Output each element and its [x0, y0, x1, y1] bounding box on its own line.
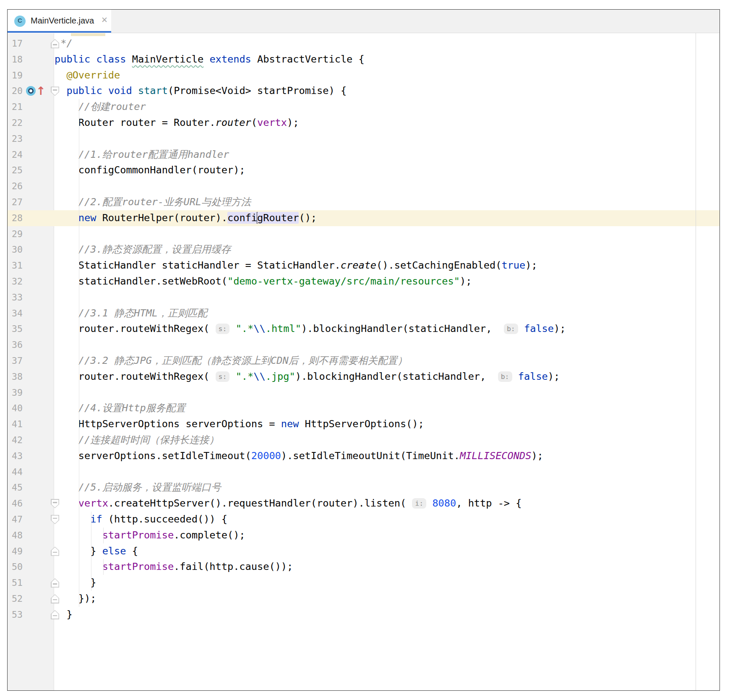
code-line[interactable]: 18public class MainVerticle extends Abst…	[8, 52, 720, 68]
code-text: new RouterHelper(router).configRouter();	[8, 210, 720, 226]
code-line[interactable]: 22 Router router = Router.router(vertx);	[8, 115, 720, 131]
code-line[interactable]: 51 }	[8, 575, 720, 591]
indent-guide	[91, 512, 91, 591]
line-number[interactable]: 46	[8, 496, 23, 512]
code-text: //4.设置Http服务配置	[8, 400, 720, 416]
code-editor[interactable]: 17 */18public class MainVerticle extends…	[8, 33, 720, 690]
code-token: //2.配置router-业务URL与处理方法	[78, 196, 251, 208]
code-line[interactable]: 53 }	[8, 607, 720, 623]
code-line[interactable]: 44	[8, 464, 720, 480]
code-line[interactable]: 21 //创建router	[8, 99, 720, 115]
code-line[interactable]: 41 HttpServerOptions serverOptions = new…	[8, 416, 720, 432]
override-arrow-icon[interactable]: ↑	[36, 83, 46, 99]
code-line[interactable]: 28 new RouterHelper(router).configRouter…	[8, 210, 720, 226]
line-number[interactable]: 28	[8, 210, 23, 226]
java-class-icon: C	[14, 16, 26, 27]
code-text: //3.2 静态JPG，正则匹配（静态资源上到CDN后，则不再需要相关配置）	[8, 353, 720, 369]
line-number[interactable]: 52	[8, 591, 23, 607]
line-number[interactable]: 29	[8, 226, 23, 242]
code-line[interactable]: 45 //5.启动服务，设置监听端口号	[8, 480, 720, 496]
code-line[interactable]: 50 startPromise.fail(http.cause());	[8, 559, 720, 575]
tab-mainverticle[interactable]: C MainVerticle.java ✕	[8, 10, 111, 33]
line-number[interactable]: 19	[8, 68, 23, 84]
line-number[interactable]: 43	[8, 448, 23, 464]
line-number[interactable]: 38	[8, 369, 23, 385]
code-line[interactable]: 40 //4.设置Http服务配置	[8, 400, 720, 416]
code-line[interactable]: 46 vertx.createHttpServer().requestHandl…	[8, 496, 720, 512]
line-number[interactable]: 20	[8, 83, 23, 99]
line-number[interactable]: 32	[8, 274, 23, 290]
line-number[interactable]: 34	[8, 306, 23, 321]
line-number[interactable]: 42	[8, 432, 23, 448]
line-number[interactable]: 47	[8, 512, 23, 528]
code-line[interactable]: 31 StaticHandler staticHandler = StaticH…	[8, 258, 720, 274]
code-line[interactable]: 29	[8, 226, 720, 242]
code-line[interactable]: 47 if (http.succeeded()) {	[8, 512, 720, 528]
line-number[interactable]: 50	[8, 559, 23, 575]
code-token: public	[55, 53, 90, 65]
code-token	[55, 481, 78, 493]
code-line[interactable]: 48 startPromise.complete();	[8, 528, 720, 543]
line-number[interactable]: 36	[8, 337, 23, 353]
line-number[interactable]: 51	[8, 575, 23, 591]
code-line[interactable]: 25 configCommonHandler(router);	[8, 162, 720, 178]
code-token: false	[524, 323, 554, 334]
code-token: ();	[299, 212, 317, 224]
code-token: RouterHelper(router).	[96, 212, 227, 224]
line-number[interactable]: 25	[8, 162, 23, 178]
line-number[interactable]: 41	[8, 416, 23, 432]
line-number[interactable]: 27	[8, 194, 23, 210]
code-line[interactable]: 33	[8, 290, 720, 306]
line-number[interactable]: 18	[8, 52, 23, 68]
code-text: //创建router	[8, 99, 720, 115]
code-line[interactable]: 23	[8, 131, 720, 147]
line-number[interactable]: 44	[8, 464, 23, 480]
code-line[interactable]: 36	[8, 337, 720, 353]
code-line[interactable]: 30 //3.静态资源配置，设置启用缓存	[8, 242, 720, 258]
code-line[interactable]: 37 //3.2 静态JPG，正则匹配（静态资源上到CDN后，则不再需要相关配置…	[8, 353, 720, 369]
line-number[interactable]: 23	[8, 131, 23, 147]
code-line[interactable]: 49 } else {	[8, 543, 720, 559]
code-token: ).blockingHandler(staticHandler,	[301, 323, 504, 334]
line-number[interactable]: 26	[8, 178, 23, 194]
code-line[interactable]: 34 //3.1 静态HTML，正则匹配	[8, 306, 720, 321]
code-line[interactable]: 38 router.routeWithRegex( s: ".*\\.jpg")…	[8, 369, 720, 385]
code-line[interactable]: 17 */	[8, 36, 720, 52]
line-number[interactable]: 49	[8, 543, 23, 559]
line-number[interactable]: 24	[8, 147, 23, 163]
line-number[interactable]: 40	[8, 400, 23, 416]
line-number[interactable]: 30	[8, 242, 23, 258]
line-number[interactable]: 39	[8, 385, 23, 401]
code-token: vertx	[257, 117, 287, 128]
line-number[interactable]: 48	[8, 528, 23, 543]
code-line[interactable]: 35 router.routeWithRegex( s: ".*\\.html"…	[8, 321, 720, 337]
code-token: false	[518, 371, 548, 382]
line-number[interactable]: 21	[8, 99, 23, 115]
ide-window: C MainVerticle.java ✕ 17 */18public clas…	[7, 9, 720, 691]
close-tab-icon[interactable]: ✕	[101, 15, 108, 25]
code-token: );	[531, 450, 543, 462]
code-line[interactable]: 32 staticHandler.setWebRoot("demo-vertx-…	[8, 274, 720, 290]
line-number[interactable]: 22	[8, 115, 23, 131]
code-line[interactable]: 42 //连接超时时间（保持长连接）	[8, 432, 720, 448]
line-number[interactable]: 45	[8, 480, 23, 496]
code-line[interactable]: 20↑ public void start(Promise<Void> star…	[8, 83, 720, 99]
code-token	[132, 85, 138, 97]
code-line[interactable]: 26	[8, 178, 720, 194]
line-number[interactable]: 37	[8, 353, 23, 369]
code-token: 8080	[432, 497, 456, 509]
code-line[interactable]: 27 //2.配置router-业务URL与处理方法	[8, 194, 720, 210]
code-line[interactable]: 43 serverOptions.setIdleTimeout(20000).s…	[8, 448, 720, 464]
line-number[interactable]: 33	[8, 290, 23, 306]
line-number[interactable]: 35	[8, 321, 23, 337]
line-number[interactable]: 31	[8, 258, 23, 274]
code-line[interactable]: 39	[8, 385, 720, 401]
code-line[interactable]: 52 });	[8, 591, 720, 607]
code-text: }	[8, 575, 720, 591]
line-number[interactable]: 53	[8, 607, 23, 623]
code-line[interactable]: 24 //1.给router配置通用handler	[8, 147, 720, 163]
indent-guide	[103, 559, 104, 575]
line-number[interactable]: 17	[8, 36, 23, 52]
code-line[interactable]: 19 @Override	[8, 68, 720, 84]
code-token: start	[138, 85, 168, 97]
